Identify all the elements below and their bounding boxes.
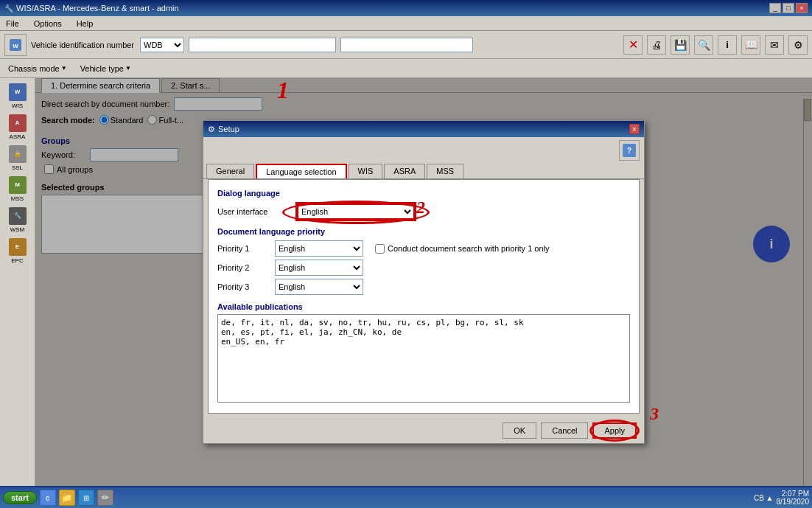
wis-sidebar-label: WIS xyxy=(12,102,23,109)
menu-options[interactable]: Options xyxy=(31,18,65,29)
dialog-tab-bar: General Language selection WIS ASRA MSS xyxy=(203,161,644,179)
setup-dialog: 1 ⚙ Setup × ? xyxy=(203,120,645,444)
dialog-tab-asra[interactable]: ASRA xyxy=(384,164,425,178)
taskbar-status: CB ▲ xyxy=(754,494,774,502)
annotation-2: 2 xyxy=(416,198,425,218)
title-bar-left: 🔧 WIS/ASRA - Mercedes-Benz & smart - adm… xyxy=(4,4,179,13)
priority1-checkbox-label[interactable]: Conduct document search with priority 1 … xyxy=(375,244,550,254)
asra-sidebar-label: ASRA xyxy=(10,133,26,140)
asra-sidebar-icon: A xyxy=(9,114,27,132)
mss-sidebar-label: MSS xyxy=(11,195,24,202)
wsm-sidebar-icon: 🔧 xyxy=(9,207,27,225)
available-publications-title: Available publications xyxy=(217,302,630,311)
start-button[interactable]: start xyxy=(3,491,37,504)
taskbar-clock: 2:07 PM 8/19/2020 xyxy=(777,490,810,506)
dialog-apply-button[interactable]: Apply xyxy=(592,422,637,439)
taskbar-icon-folder[interactable]: 📁 xyxy=(59,490,75,506)
priority2-row: Priority 2 English xyxy=(217,260,630,276)
user-interface-select[interactable]: English Deutsch Français xyxy=(297,203,415,220)
taskbar: start e 📁 ⊞ ✏ CB ▲ 2:07 PM 8/19/2020 xyxy=(0,486,812,508)
sidebar-item-asra[interactable]: A ASRA xyxy=(3,112,32,142)
annotation-1: 1 xyxy=(277,77,289,104)
toolbar-info-button[interactable]: i xyxy=(718,35,737,55)
menu-file[interactable]: File xyxy=(3,18,22,29)
close-window-button[interactable]: × xyxy=(796,3,808,13)
toolbar-settings-button[interactable]: ⚙ xyxy=(788,35,808,55)
taskbar-icon-remote[interactable]: ⊞ xyxy=(78,490,94,506)
sidebar-item-ssl[interactable]: 🔒 SSL xyxy=(3,143,32,173)
wis-sidebar-icon: W xyxy=(9,83,27,101)
priority3-row: Priority 3 English xyxy=(217,279,630,295)
priority2-select[interactable]: English xyxy=(275,260,363,276)
user-interface-label: User interface xyxy=(217,207,291,216)
setup-modal-overlay: 1 ⚙ Setup × ? xyxy=(35,78,812,486)
taskbar-icon-ie[interactable]: e xyxy=(40,490,56,506)
vin-prefix-select[interactable]: WDB xyxy=(140,38,184,52)
vehicle-type-label: Vehicle type xyxy=(80,64,124,73)
vin-label: Vehicle identification number xyxy=(31,41,134,49)
dialog-language-section: Dialog language User interface English D… xyxy=(217,189,630,220)
dialog-tab-language[interactable]: Language selection xyxy=(256,164,346,178)
toolbar-red-x-button[interactable]: ✕ xyxy=(623,35,643,55)
toolbar-save-button[interactable]: 💾 xyxy=(671,35,690,55)
wsm-sidebar-label: WSM xyxy=(10,226,25,233)
priority1-checkbox-text: Conduct document search with priority 1 … xyxy=(388,244,550,253)
vin-input2[interactable] xyxy=(340,38,473,52)
sidebar-item-wsm[interactable]: 🔧 WSM xyxy=(3,205,32,234)
svg-text:W: W xyxy=(13,43,18,49)
dialog-title: Setup xyxy=(218,125,239,133)
dialog-tab-general[interactable]: General xyxy=(206,164,254,178)
main-area: W WIS A ASRA 🔒 SSL M MSS 🔧 WSM E EPC 1. … xyxy=(0,78,812,486)
vehicle-type-arrow: ▼ xyxy=(125,65,131,72)
main-toolbar: W Vehicle identification number WDB ✕ 🖨 … xyxy=(0,31,812,59)
svg-text:?: ? xyxy=(627,147,631,155)
document-language-title: Document language priority xyxy=(217,227,630,236)
sidebar-item-epc[interactable]: E EPC xyxy=(3,236,32,265)
maximize-button[interactable]: □ xyxy=(783,3,794,13)
sidebar-item-wis[interactable]: W WIS xyxy=(3,81,32,111)
chassis-mode-label: Chassis mode xyxy=(8,64,60,73)
dialog-title-bar: ⚙ Setup × xyxy=(203,121,644,137)
sidebar-item-mss[interactable]: M MSS xyxy=(3,174,32,203)
available-publications-section: Available publications de, fr, it, nl, d… xyxy=(217,302,630,404)
taskbar-icon-pen[interactable]: ✏ xyxy=(97,490,113,506)
taskbar-left: start e 📁 ⊞ ✏ xyxy=(3,490,113,506)
toolbar-search-button[interactable]: 🔍 xyxy=(694,35,713,55)
dialog-ok-button[interactable]: OK xyxy=(503,422,536,439)
priority2-label: Priority 2 xyxy=(217,263,269,272)
vin-input[interactable] xyxy=(189,38,336,52)
chassis-mode-arrow: ▼ xyxy=(61,65,67,72)
title-bar-controls: _ □ × xyxy=(769,3,808,13)
dialog-tab-mss[interactable]: MSS xyxy=(427,164,463,178)
content-area: 1. Determine search criteria 2. Start s.… xyxy=(35,78,812,486)
priority3-select[interactable]: English xyxy=(275,279,363,295)
clock-date: 8/19/2020 xyxy=(777,498,810,506)
title-bar: 🔧 WIS/ASRA - Mercedes-Benz & smart - adm… xyxy=(0,0,812,16)
secondary-toolbar: Chassis mode ▼ Vehicle type ▼ xyxy=(0,59,812,78)
annotation-3: 3 xyxy=(650,404,659,424)
document-language-section: Document language priority Priority 1 En… xyxy=(217,227,630,295)
priority1-checkbox[interactable] xyxy=(375,244,385,254)
dialog-footer: OK Cancel Apply 3 xyxy=(203,418,644,443)
priority1-select[interactable]: English xyxy=(275,240,363,257)
ssl-sidebar-icon: 🔒 xyxy=(9,145,27,163)
menu-help[interactable]: Help xyxy=(74,18,97,29)
clock-time: 2:07 PM xyxy=(777,490,810,498)
dialog-tab-wis[interactable]: WIS xyxy=(349,164,383,178)
dialog-cancel-button[interactable]: Cancel xyxy=(541,422,588,439)
user-interface-row: User interface English Deutsch Français … xyxy=(217,203,630,220)
dialog-help-icon[interactable]: ? xyxy=(619,140,640,161)
ssl-sidebar-label: SSL xyxy=(12,164,23,171)
dialog-icon: ⚙ xyxy=(208,125,215,134)
toolbar-book-button[interactable]: 📖 xyxy=(741,35,760,55)
priority1-row: Priority 1 English Conduct document sear… xyxy=(217,240,630,257)
toolbar-print-button[interactable]: 🖨 xyxy=(647,35,666,55)
toolbar-email-button[interactable]: ✉ xyxy=(765,35,784,55)
wis-icon-btn[interactable]: W xyxy=(4,34,27,56)
minimize-button[interactable]: _ xyxy=(769,3,781,13)
chassis-mode-button[interactable]: Chassis mode ▼ xyxy=(4,63,71,74)
vehicle-type-button[interactable]: Vehicle type ▼ xyxy=(77,63,135,74)
dialog-close-button[interactable]: × xyxy=(629,124,640,134)
window-title: WIS/ASRA - Mercedes-Benz & smart - admin xyxy=(16,4,179,13)
mss-sidebar-icon: M xyxy=(9,176,27,194)
